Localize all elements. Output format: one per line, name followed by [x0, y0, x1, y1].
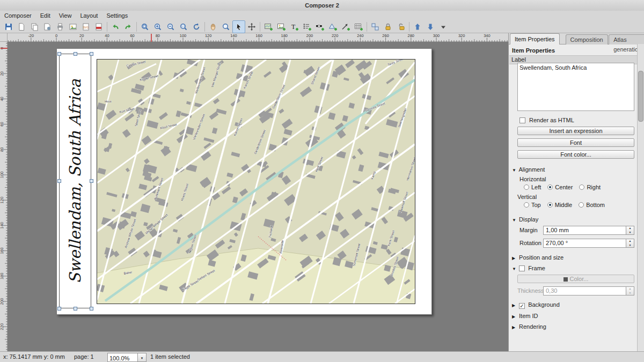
selection-handle[interactable] — [90, 307, 93, 311]
frame-expand-icon: ▼ — [512, 267, 517, 271]
lower-items-icon[interactable] — [424, 20, 437, 33]
composition-canvas[interactable]: Cyprus StreetKoster StreetTarey StreetHo… — [8, 42, 508, 351]
selection-handle[interactable] — [74, 307, 77, 311]
menu-composer[interactable]: Composer — [0, 11, 36, 20]
add-scalebar-icon[interactable] — [313, 20, 326, 33]
menu-layout[interactable]: Layout — [76, 11, 102, 20]
rendering-section-header[interactable]: ▶ Rendering — [512, 323, 546, 330]
horizontal-right-radio[interactable]: Right — [579, 184, 601, 190]
zoom-level-input[interactable]: 100.0% — [107, 353, 140, 362]
margin-spinner[interactable]: 1,00 mm ▲▼ — [543, 226, 634, 235]
background-checkbox[interactable]: ✓ — [519, 303, 525, 309]
new-composition-icon[interactable] — [15, 20, 28, 33]
render-as-html-row: Render as HTML — [519, 117, 574, 123]
svg-text:40: 40 — [105, 33, 109, 38]
horizontal-left-radio[interactable]: Left — [524, 184, 541, 190]
rotation-spinner[interactable]: 270,00 ° ▲▼ — [543, 239, 634, 248]
raise-items-icon[interactable] — [411, 20, 424, 33]
svg-text:-20: -20 — [28, 33, 34, 38]
refresh-view-icon[interactable] — [190, 20, 203, 33]
export-pdf-icon[interactable] — [92, 20, 105, 33]
vertical-top-radio[interactable]: Top — [524, 202, 541, 208]
vertical-bottom-radio[interactable]: Bottom — [579, 202, 605, 208]
save-project-icon[interactable] — [2, 20, 15, 33]
svg-text:320: 320 — [458, 33, 465, 38]
panel-scrollbar[interactable] — [637, 44, 644, 351]
panel-scrollbar-thumb[interactable] — [638, 71, 643, 122]
move-item-content-icon[interactable] — [245, 20, 258, 33]
map-item[interactable]: Cyprus StreetKoster StreetTarey StreetHo… — [97, 59, 415, 304]
zoom-full-icon[interactable] — [138, 20, 151, 33]
add-shape-icon[interactable] — [326, 20, 339, 33]
margin-spin-buttons[interactable]: ▲▼ — [626, 226, 634, 235]
tab-atlas-generation[interactable]: Atlas generation — [609, 34, 644, 45]
select-move-item-icon[interactable] — [232, 20, 245, 33]
horizontal-center-radio[interactable]: Center — [547, 184, 573, 190]
add-legend-icon[interactable] — [301, 20, 313, 33]
arrange-menu-icon[interactable] — [437, 20, 450, 33]
rotation-spin-buttons[interactable]: ▲▼ — [626, 239, 634, 248]
zoom-actual-icon[interactable]: 1:1 — [177, 20, 190, 33]
svg-text:260: 260 — [382, 33, 389, 38]
redo-icon[interactable] — [122, 20, 135, 33]
label-text-input[interactable]: Swellendam, South Africa — [517, 63, 634, 111]
export-image-icon[interactable] — [67, 20, 79, 33]
svg-text:140: 140 — [230, 33, 237, 38]
pan-icon[interactable] — [207, 20, 219, 33]
radio-label: Top — [531, 202, 541, 208]
add-map-icon[interactable] — [262, 20, 275, 33]
undo-icon[interactable] — [109, 20, 122, 33]
render-as-html-checkbox[interactable] — [519, 117, 525, 123]
font-button[interactable]: Font — [517, 138, 634, 147]
print-icon[interactable] — [54, 20, 67, 33]
zoom-in-icon[interactable] — [151, 20, 164, 33]
radio-label: Middle — [555, 202, 572, 208]
background-section-header[interactable]: ▶ ✓ Background — [512, 301, 560, 309]
zoom-tool-icon[interactable] — [219, 20, 232, 33]
selection-handle[interactable] — [57, 179, 61, 183]
display-section-header[interactable]: ▼ Display — [512, 216, 538, 223]
display-expand-icon: ▼ — [512, 218, 517, 223]
font-color-button[interactable]: Font color... — [517, 150, 634, 159]
export-svg-icon[interactable]: SVG — [79, 20, 92, 33]
zoom-dropdown-icon[interactable]: ▼ — [137, 353, 147, 362]
item-id-expand-icon: ▶ — [512, 314, 517, 319]
svg-text:0: 0 — [55, 33, 57, 38]
toolbar-separator — [409, 22, 409, 32]
position-size-section-header[interactable]: ▶ Position and size — [512, 254, 564, 261]
group-items-icon[interactable] — [369, 20, 382, 33]
add-image-icon[interactable] — [275, 20, 288, 33]
menu-edit[interactable]: Edit — [36, 11, 55, 20]
toolbar-separator — [136, 22, 137, 32]
menu-settings[interactable]: Settings — [102, 11, 132, 20]
add-label-icon[interactable]: T — [288, 20, 301, 33]
vertical-alignment-radios: TopMiddleBottom — [524, 202, 611, 208]
add-arrow-icon[interactable] — [339, 20, 352, 33]
menu-view[interactable]: View — [55, 11, 76, 20]
tab-item-properties[interactable]: Item Properties — [510, 33, 560, 45]
alignment-section-header[interactable]: ▼ Alignment — [512, 166, 545, 173]
tab-composition[interactable]: Composition — [566, 34, 608, 45]
selection-handle[interactable] — [74, 52, 77, 56]
selection-handle[interactable] — [90, 179, 93, 183]
frame-section-header[interactable]: ▼ Frame — [512, 265, 545, 271]
selection-handle[interactable] — [57, 307, 61, 311]
toolbar-separator — [367, 22, 367, 32]
lock-items-icon[interactable] — [382, 20, 394, 33]
duplicate-composition-icon[interactable] — [28, 20, 41, 33]
radio-icon — [524, 184, 529, 190]
add-table-icon[interactable] — [352, 20, 365, 33]
frame-checkbox[interactable] — [519, 265, 525, 271]
insert-expression-button[interactable]: Insert an expression — [517, 127, 634, 135]
svg-text:120: 120 — [0, 197, 4, 204]
vertical-middle-radio[interactable]: Middle — [547, 202, 572, 208]
selection-handle[interactable] — [57, 52, 61, 56]
zoom-out-icon[interactable] — [164, 20, 177, 33]
selection-handle[interactable] — [90, 52, 93, 56]
item-id-section-header[interactable]: ▶ Item ID — [512, 313, 538, 319]
toolbar-separator — [260, 22, 260, 32]
label-item[interactable]: Swellendam, South Africa — [59, 54, 91, 308]
horizontal-label: Horizontal — [519, 176, 546, 182]
unlock-items-icon[interactable] — [394, 20, 407, 33]
composer-manager-icon[interactable] — [41, 20, 54, 33]
